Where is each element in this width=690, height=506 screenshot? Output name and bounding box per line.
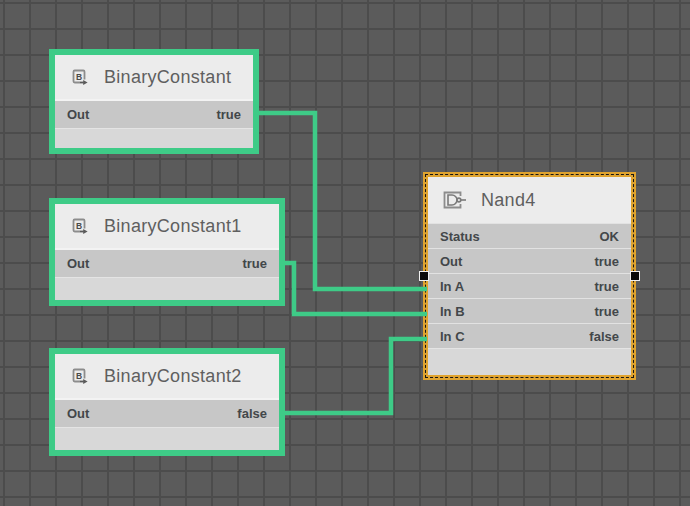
port-row-in-a[interactable]: In A true [428,273,631,298]
port-label: Out [55,406,89,421]
port-value: false [589,329,631,344]
wire-BinaryConstant2.Out-to-Nand4.In C[interactable] [282,339,427,413]
svg-text:B: B [76,221,82,231]
port-label: Out [55,256,89,271]
node-header[interactable]: Nand4 [428,177,631,223]
nand-gate-icon [441,189,467,211]
resize-handle-right[interactable] [630,271,640,281]
port-row-out[interactable]: Out true [55,99,253,128]
node-nand4[interactable]: Nand4 Status OK Out true In A true In B … [423,172,636,380]
port-label: In B [428,304,465,319]
port-value: false [237,406,279,421]
svg-text:B: B [76,371,82,381]
binary-constant-icon: B [68,215,90,237]
node-title: BinaryConstant [104,67,231,88]
resize-handle-left[interactable] [419,271,429,281]
node-header[interactable]: B BinaryConstant [55,55,253,99]
port-value: true [242,256,279,271]
node-binaryconstant1[interactable]: B BinaryConstant1 Out true [49,198,285,306]
binary-constant-icon: B [68,365,90,387]
node-header[interactable]: B BinaryConstant2 [55,354,279,398]
port-row-status[interactable]: Status OK [428,223,631,248]
node-editor-canvas[interactable]: B BinaryConstant Out true B BinaryConsta… [0,0,690,506]
port-label: In A [428,279,464,294]
node-binaryconstant2[interactable]: B BinaryConstant2 Out false [49,348,285,456]
node-title: BinaryConstant1 [104,216,242,237]
port-value: true [594,279,631,294]
node-title: Nand4 [481,190,536,211]
node-binaryconstant[interactable]: B BinaryConstant Out true [49,49,259,154]
port-row-in-c[interactable]: In C false [428,323,631,348]
port-value: true [594,304,631,319]
port-value: true [216,107,253,122]
node-footer [55,128,253,148]
wire-BinaryConstant1.Out-to-Nand4.In B[interactable] [282,263,427,314]
port-row-out[interactable]: Out true [55,248,279,277]
port-label: Out [428,254,462,269]
binary-constant-icon: B [68,66,90,88]
node-footer [428,348,631,375]
svg-text:B: B [76,72,82,82]
node-footer [55,427,279,450]
node-header[interactable]: B BinaryConstant1 [55,204,279,248]
node-title: BinaryConstant2 [104,366,242,387]
port-row-in-b[interactable]: In B true [428,298,631,323]
port-label: In C [428,329,465,344]
node-footer [55,277,279,300]
port-row-out[interactable]: Out true [428,248,631,273]
port-label: Status [428,229,480,244]
port-label: Out [55,107,89,122]
port-value: OK [600,229,632,244]
port-value: true [594,254,631,269]
port-row-out[interactable]: Out false [55,398,279,427]
